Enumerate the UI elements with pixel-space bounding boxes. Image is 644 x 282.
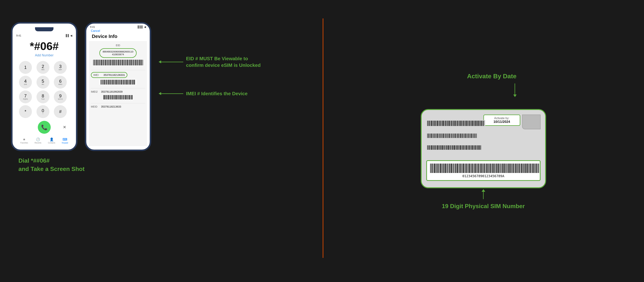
svg-rect-352 bbox=[435, 164, 436, 173]
svg-rect-421 bbox=[494, 164, 494, 173]
svg-rect-406 bbox=[481, 164, 482, 173]
svg-rect-223 bbox=[429, 134, 429, 138]
svg-rect-405 bbox=[480, 164, 480, 173]
svg-rect-464 bbox=[530, 164, 531, 173]
key-3[interactable]: 3DEF bbox=[54, 61, 67, 74]
svg-rect-290 bbox=[434, 145, 435, 150]
svg-rect-54 bbox=[134, 60, 134, 65]
svg-rect-184 bbox=[454, 121, 454, 126]
svg-rect-411 bbox=[485, 164, 486, 173]
svg-rect-456 bbox=[523, 164, 524, 173]
svg-rect-356 bbox=[438, 164, 439, 173]
svg-rect-346 bbox=[430, 164, 431, 173]
sim-digit-label: 19 Digit Physical SIM Number bbox=[442, 203, 525, 210]
svg-rect-202 bbox=[469, 121, 470, 126]
cancel-button[interactable]: Cancel bbox=[91, 29, 147, 33]
svg-rect-224 bbox=[430, 134, 430, 138]
meid-row: MEID 35378118213633 bbox=[91, 105, 145, 108]
svg-rect-259 bbox=[460, 134, 460, 138]
svg-rect-235 bbox=[439, 134, 439, 138]
svg-rect-211 bbox=[477, 121, 477, 126]
svg-rect-451 bbox=[519, 164, 520, 173]
key-8[interactable]: 8TUV bbox=[36, 90, 50, 103]
svg-rect-195 bbox=[463, 121, 464, 126]
key-star[interactable]: * bbox=[19, 105, 32, 118]
svg-rect-474 bbox=[539, 164, 539, 173]
svg-rect-366 bbox=[447, 164, 448, 173]
svg-rect-445 bbox=[514, 164, 514, 173]
key-6[interactable]: 6MNO bbox=[54, 76, 67, 89]
key-7[interactable]: 7PQRS bbox=[19, 90, 32, 103]
arrowhead-up-icon bbox=[482, 189, 485, 192]
svg-rect-398 bbox=[474, 164, 474, 173]
svg-rect-53 bbox=[133, 60, 134, 65]
svg-rect-12 bbox=[101, 60, 102, 65]
svg-rect-212 bbox=[478, 121, 478, 126]
svg-rect-154 bbox=[429, 121, 430, 126]
svg-rect-103 bbox=[128, 80, 129, 84]
device-info-content: EID 89049032006008882600110 410833674 bbox=[89, 41, 147, 146]
svg-rect-80 bbox=[110, 80, 111, 84]
svg-rect-217 bbox=[482, 121, 482, 126]
svg-rect-256 bbox=[457, 134, 457, 138]
svg-rect-442 bbox=[512, 164, 512, 173]
svg-rect-348 bbox=[432, 164, 432, 173]
key-2[interactable]: 2ABC bbox=[36, 61, 50, 74]
svg-rect-265 bbox=[464, 134, 465, 138]
svg-rect-239 bbox=[442, 134, 443, 138]
svg-rect-333 bbox=[471, 145, 472, 150]
svg-rect-462 bbox=[528, 164, 529, 173]
nav-keypad[interactable]: ⌨ Keypad bbox=[62, 137, 68, 144]
svg-rect-190 bbox=[459, 121, 460, 126]
svg-rect-472 bbox=[537, 164, 538, 173]
svg-rect-389 bbox=[466, 164, 467, 173]
svg-rect-371 bbox=[451, 164, 452, 173]
svg-rect-197 bbox=[465, 121, 465, 126]
imei-oval: IMEI 353781182136331 bbox=[91, 72, 128, 78]
svg-rect-35 bbox=[120, 60, 120, 65]
svg-rect-245 bbox=[447, 134, 448, 138]
key-hash[interactable]: # bbox=[54, 105, 67, 118]
svg-rect-87 bbox=[116, 80, 116, 84]
svg-rect-1 bbox=[93, 60, 94, 65]
nav-contacts[interactable]: 👤 Contacts bbox=[48, 137, 55, 144]
svg-rect-449 bbox=[517, 164, 518, 173]
svg-rect-153 bbox=[428, 121, 428, 126]
svg-rect-139 bbox=[124, 95, 124, 99]
svg-rect-262 bbox=[462, 134, 463, 138]
imei-label: IMEI bbox=[93, 73, 102, 76]
svg-rect-180 bbox=[450, 121, 451, 126]
svg-rect-323 bbox=[463, 145, 463, 150]
delete-button[interactable]: ✕ bbox=[60, 123, 69, 132]
svg-rect-365 bbox=[446, 164, 447, 173]
svg-rect-75 bbox=[106, 80, 107, 84]
imei-line bbox=[161, 93, 183, 94]
eid-section: EID 89049032006008882600110 410833674 bbox=[91, 41, 145, 70]
dialer-code: *#06# bbox=[15, 40, 73, 52]
svg-rect-94 bbox=[121, 80, 122, 84]
key-4[interactable]: 4GHI bbox=[19, 76, 32, 89]
svg-rect-196 bbox=[464, 121, 464, 126]
svg-rect-252 bbox=[453, 134, 454, 138]
nav-recents[interactable]: 🕐 Recents bbox=[35, 137, 42, 144]
activate-down-arrow bbox=[513, 83, 516, 97]
nav-favorites[interactable]: ★ Favorites bbox=[20, 137, 28, 144]
svg-rect-16 bbox=[104, 60, 105, 65]
key-1[interactable]: 1 bbox=[19, 61, 32, 74]
phone1-bottom-nav: ★ Favorites 🕐 Recents 👤 Contacts ⌨ bbox=[15, 137, 73, 144]
svg-rect-247 bbox=[449, 134, 450, 138]
key-0[interactable]: 0+ bbox=[36, 105, 50, 118]
eid-label: EID bbox=[91, 44, 145, 47]
svg-rect-317 bbox=[458, 145, 458, 150]
svg-rect-146 bbox=[129, 95, 130, 99]
imei2-row: IMEI2 353781181992839 bbox=[91, 90, 145, 93]
svg-rect-452 bbox=[520, 164, 520, 173]
svg-rect-379 bbox=[458, 164, 458, 173]
svg-rect-438 bbox=[508, 164, 508, 173]
key-9[interactable]: 9WXYZ bbox=[54, 90, 67, 103]
svg-rect-175 bbox=[446, 121, 447, 126]
svg-rect-414 bbox=[488, 164, 488, 173]
call-button[interactable]: 📞 bbox=[38, 121, 51, 134]
key-5[interactable]: 5JKL bbox=[36, 76, 50, 89]
svg-rect-84 bbox=[114, 80, 114, 84]
